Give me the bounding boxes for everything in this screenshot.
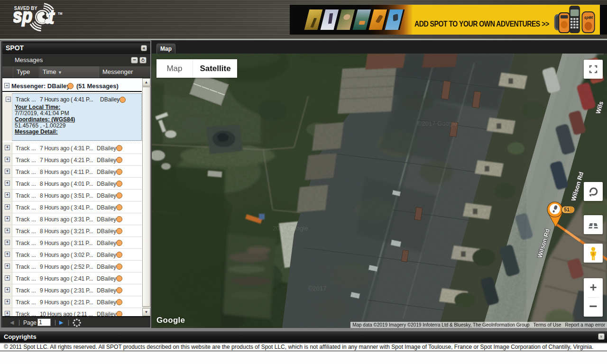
svg-text:TM: TM [58, 12, 62, 15]
svg-text:©2017: ©2017 [308, 285, 327, 292]
svg-text:spƟt: spƟt [584, 15, 593, 20]
svg-text:sp: sp [13, 5, 32, 27]
svg-text:©2017 Google: ©2017 Google [417, 120, 457, 127]
svg-text:2017 Google: 2017 Google [273, 225, 308, 232]
svg-text:51: 51 [564, 207, 570, 212]
